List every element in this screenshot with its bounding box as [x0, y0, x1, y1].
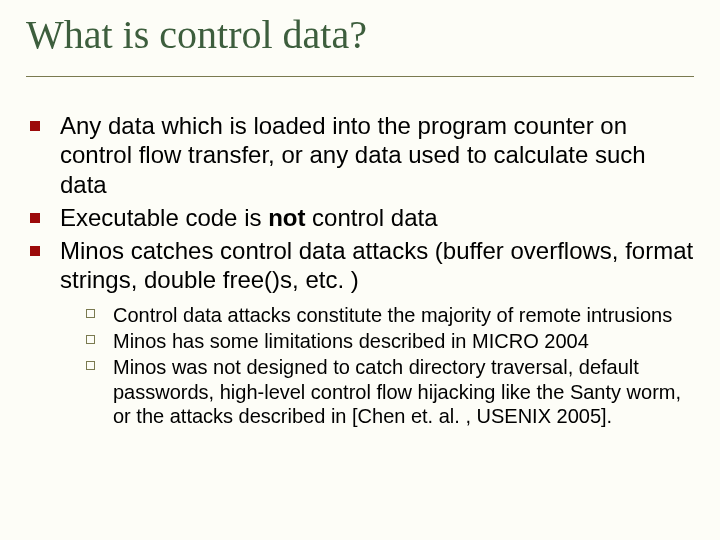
list-item: Minos catches control data attacks (buff…	[30, 236, 694, 295]
list-item: Minos has some limitations described in …	[86, 329, 694, 353]
square-outline-bullet-icon	[86, 335, 95, 344]
bullet-text: Any data which is loaded into the progra…	[60, 111, 694, 199]
slide: What is control data? Any data which is …	[0, 0, 720, 540]
square-bullet-icon	[30, 246, 40, 256]
bullet-text: Minos catches control data attacks (buff…	[60, 236, 694, 295]
bullet-list-level2: Control data attacks constitute the majo…	[30, 303, 694, 429]
bullet-list-level1: Any data which is loaded into the progra…	[30, 111, 694, 295]
subbullet-text: Control data attacks constitute the majo…	[113, 303, 672, 327]
list-item: Any data which is loaded into the progra…	[30, 111, 694, 199]
subbullet-text: Minos was not designed to catch director…	[113, 355, 694, 428]
square-outline-bullet-icon	[86, 361, 95, 370]
title-block: What is control data?	[26, 14, 694, 77]
slide-body: Any data which is loaded into the progra…	[26, 111, 694, 431]
subbullet-text: Minos has some limitations described in …	[113, 329, 589, 353]
square-outline-bullet-icon	[86, 309, 95, 318]
list-item: Minos was not designed to catch director…	[86, 355, 694, 428]
list-item: Executable code is not control data	[30, 203, 694, 232]
bullet-text: Executable code is not control data	[60, 203, 438, 232]
square-bullet-icon	[30, 213, 40, 223]
list-item: Control data attacks constitute the majo…	[86, 303, 694, 327]
page-title: What is control data?	[26, 14, 694, 56]
square-bullet-icon	[30, 121, 40, 131]
